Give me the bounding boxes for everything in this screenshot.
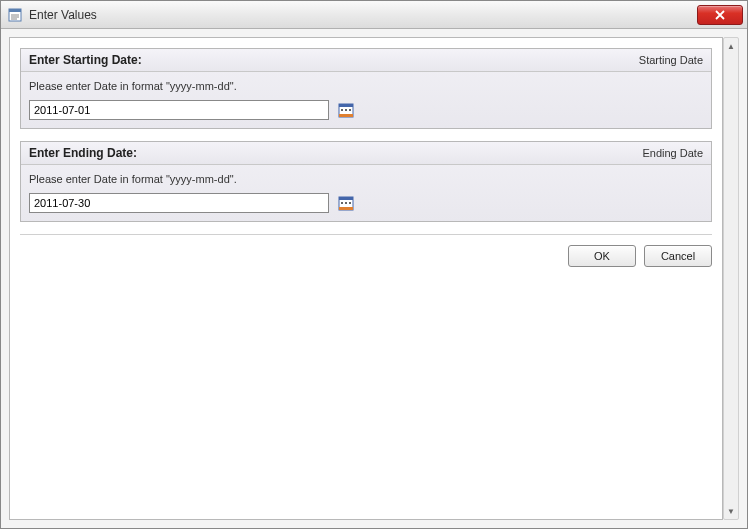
starting-date-label: Enter Starting Date:	[29, 53, 639, 67]
ending-date-section: Enter Ending Date: Ending Date Please en…	[20, 141, 712, 222]
close-button[interactable]	[697, 5, 743, 25]
vertical-scrollbar[interactable]: ▲ ▼	[723, 37, 739, 520]
calendar-icon	[338, 195, 354, 211]
calendar-icon	[338, 102, 354, 118]
app-icon	[7, 7, 23, 23]
starting-date-section: Enter Starting Date: Starting Date Pleas…	[20, 48, 712, 129]
cancel-button[interactable]: Cancel	[644, 245, 712, 267]
ending-date-label: Enter Ending Date:	[29, 146, 642, 160]
content-area: Enter Starting Date: Starting Date Pleas…	[1, 29, 747, 528]
starting-date-body: Please enter Date in format "yyyy-mm-dd"…	[21, 72, 711, 128]
scroll-up-icon: ▲	[724, 38, 738, 54]
svg-rect-15	[345, 202, 347, 204]
svg-rect-1	[9, 9, 21, 12]
svg-rect-6	[339, 104, 353, 107]
svg-rect-8	[341, 109, 343, 111]
dialog-window: Enter Values Enter Starting Date: Starti…	[0, 0, 748, 529]
ending-date-input[interactable]	[29, 193, 329, 213]
ending-date-body: Please enter Date in format "yyyy-mm-dd"…	[21, 165, 711, 221]
svg-rect-12	[339, 197, 353, 200]
svg-rect-13	[339, 207, 353, 210]
svg-rect-14	[341, 202, 343, 204]
form-panel: Enter Starting Date: Starting Date Pleas…	[9, 37, 723, 520]
starting-date-calendar-button[interactable]	[337, 101, 355, 119]
starting-date-header: Enter Starting Date: Starting Date	[21, 49, 711, 72]
starting-date-caption: Starting Date	[639, 54, 703, 66]
ending-date-calendar-button[interactable]	[337, 194, 355, 212]
ending-date-caption: Ending Date	[642, 147, 703, 159]
ending-date-input-row	[29, 193, 703, 213]
svg-rect-10	[349, 109, 351, 111]
divider	[20, 234, 712, 235]
button-row: OK Cancel	[10, 245, 722, 277]
window-title: Enter Values	[29, 8, 697, 22]
ending-date-instruction: Please enter Date in format "yyyy-mm-dd"…	[29, 173, 703, 185]
ending-date-header: Enter Ending Date: Ending Date	[21, 142, 711, 165]
svg-rect-9	[345, 109, 347, 111]
svg-rect-7	[339, 114, 353, 117]
starting-date-instruction: Please enter Date in format "yyyy-mm-dd"…	[29, 80, 703, 92]
ok-button[interactable]: OK	[568, 245, 636, 267]
starting-date-input[interactable]	[29, 100, 329, 120]
scroll-down-icon: ▼	[724, 503, 738, 519]
titlebar: Enter Values	[1, 1, 747, 29]
svg-rect-16	[349, 202, 351, 204]
starting-date-input-row	[29, 100, 703, 120]
